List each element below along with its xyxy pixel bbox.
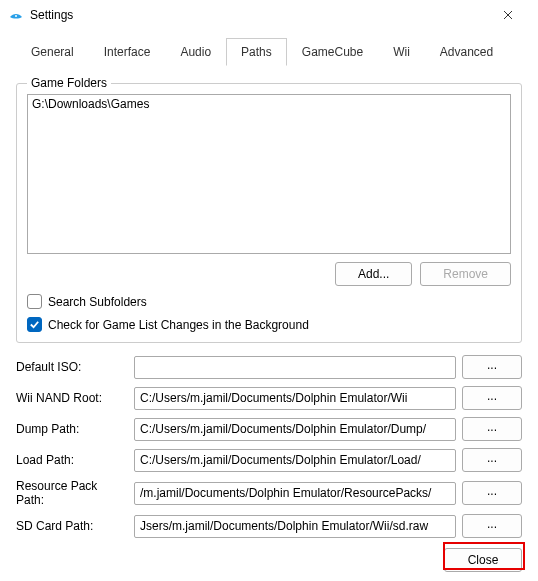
resource-pack-path-input[interactable]: /m.jamil/Documents/Dolphin Emulator/Reso…: [134, 482, 456, 505]
game-folders-label: Game Folders: [27, 76, 111, 90]
dump-path-label: Dump Path:: [16, 422, 128, 436]
sd-card-path-input[interactable]: Jsers/m.jamil/Documents/Dolphin Emulator…: [134, 515, 456, 538]
tab-interface[interactable]: Interface: [89, 38, 166, 65]
wii-nand-root-input[interactable]: C:/Users/m.jamil/Documents/Dolphin Emula…: [134, 387, 456, 410]
background-check-checkbox[interactable]: [27, 317, 42, 332]
wii-nand-root-label: Wii NAND Root:: [16, 391, 128, 405]
dump-path-browse[interactable]: ...: [462, 417, 522, 441]
remove-button: Remove: [420, 262, 511, 286]
tab-wii[interactable]: Wii: [378, 38, 425, 65]
tab-paths[interactable]: Paths: [226, 38, 287, 66]
default-iso-label: Default ISO:: [16, 360, 128, 374]
svg-point-0: [15, 15, 17, 17]
tab-advanced[interactable]: Advanced: [425, 38, 508, 65]
default-iso-input[interactable]: [134, 356, 456, 379]
search-subfolders-label: Search Subfolders: [48, 295, 147, 309]
resource-pack-path-browse[interactable]: ...: [462, 481, 522, 505]
search-subfolders-checkbox[interactable]: [27, 294, 42, 309]
wii-nand-root-browse[interactable]: ...: [462, 386, 522, 410]
tab-audio[interactable]: Audio: [165, 38, 226, 65]
tabs: General Interface Audio Paths GameCube W…: [0, 30, 538, 66]
load-path-input[interactable]: C:/Users/m.jamil/Documents/Dolphin Emula…: [134, 449, 456, 472]
load-path-label: Load Path:: [16, 453, 128, 467]
close-icon: [503, 10, 513, 20]
game-folders-group: Game Folders G:\Downloads\Games Add... R…: [16, 83, 522, 343]
default-iso-browse[interactable]: ...: [462, 355, 522, 379]
background-check-label: Check for Game List Changes in the Backg…: [48, 318, 309, 332]
list-item[interactable]: G:\Downloads\Games: [32, 97, 506, 111]
window-title: Settings: [30, 8, 486, 22]
load-path-browse[interactable]: ...: [462, 448, 522, 472]
tab-gamecube[interactable]: GameCube: [287, 38, 378, 65]
dump-path-input[interactable]: C:/Users/m.jamil/Documents/Dolphin Emula…: [134, 418, 456, 441]
close-button[interactable]: Close: [444, 548, 522, 572]
app-icon: [8, 7, 24, 23]
game-folders-list[interactable]: G:\Downloads\Games: [27, 94, 511, 254]
add-button[interactable]: Add...: [335, 262, 412, 286]
tab-general[interactable]: General: [16, 38, 89, 65]
window-close-button[interactable]: [486, 0, 530, 30]
sd-card-path-label: SD Card Path:: [16, 519, 128, 533]
sd-card-path-browse[interactable]: ...: [462, 514, 522, 538]
resource-pack-path-label: Resource Pack Path:: [16, 479, 128, 507]
titlebar: Settings: [0, 0, 538, 30]
